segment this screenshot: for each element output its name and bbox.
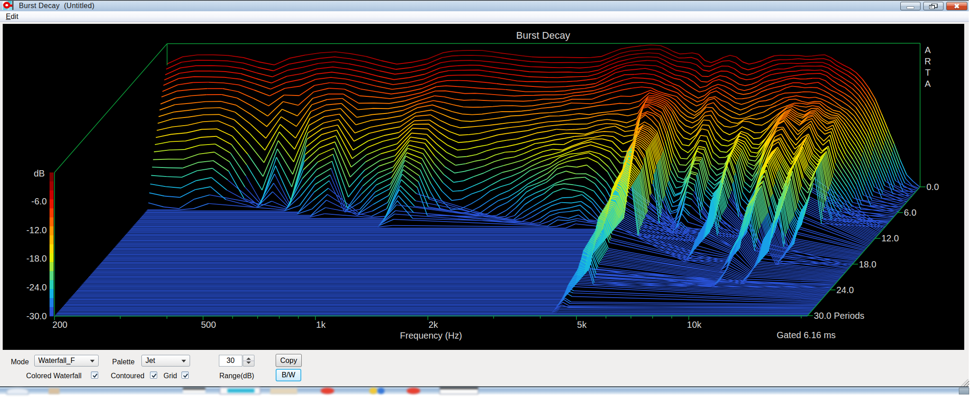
svg-text:Gated 6.16 ms: Gated 6.16 ms [776,330,835,340]
svg-text:-24.0: -24.0 [26,282,47,292]
svg-text:-6.0: -6.0 [32,196,47,206]
svg-text:10k: 10k [687,320,702,330]
svg-text:6.0: 6.0 [904,208,916,217]
svg-text:12.0: 12.0 [881,233,899,243]
svg-text:-12.0: -12.0 [26,225,47,235]
svg-text:500: 500 [201,320,216,330]
svg-text:A: A [925,45,931,55]
svg-text:0.0: 0.0 [926,182,939,192]
svg-text:1k: 1k [316,320,326,330]
svg-text:5k: 5k [577,320,587,330]
svg-text:Frequency (Hz): Frequency (Hz) [400,331,462,340]
svg-text:Burst Decay: Burst Decay [516,30,570,41]
svg-text:18.0: 18.0 [859,259,876,269]
svg-text:dB: dB [34,168,45,178]
svg-text:30.0 Periods: 30.0 Periods [814,311,864,321]
svg-text:-18.0: -18.0 [26,254,47,263]
svg-text:A: A [925,79,931,89]
svg-text:R: R [925,56,931,66]
svg-text:-30.0: -30.0 [26,311,47,321]
svg-text:T: T [925,68,930,77]
svg-text:24.0: 24.0 [836,285,854,295]
svg-text:2k: 2k [428,320,438,330]
svg-text:200: 200 [52,320,67,330]
